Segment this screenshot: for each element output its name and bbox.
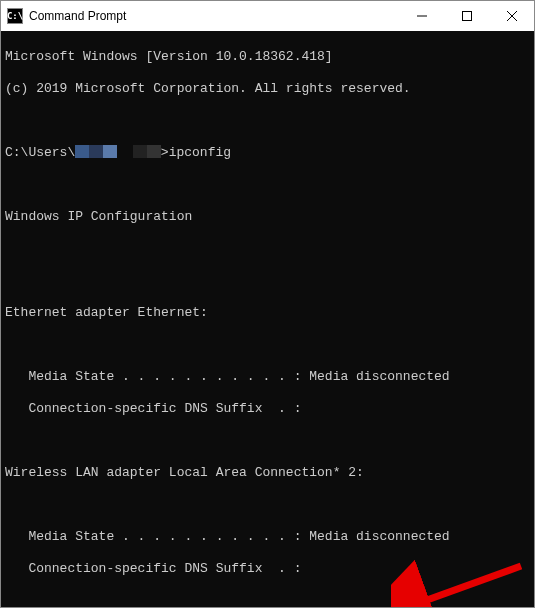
blank-line [5,497,530,513]
blank-line [5,337,530,353]
blank-line [5,241,530,257]
window-controls [399,1,534,31]
adapter-title: Ethernet adapter Ethernet: [5,305,530,321]
maximize-icon [462,11,472,21]
version-line: Microsoft Windows [Version 10.0.18362.41… [5,49,530,65]
close-icon [507,11,517,21]
close-button[interactable] [489,1,534,31]
media-state-line: Media State . . . . . . . . . . . : Medi… [5,369,530,385]
blank-line [5,177,530,193]
adapter-title: Wireless LAN adapter Local Area Connecti… [5,465,530,481]
minimize-button[interactable] [399,1,444,31]
dns-suffix-line: Connection-specific DNS Suffix . : [5,561,530,577]
ipconfig-heading: Windows IP Configuration [5,209,530,225]
prompt-line: C:\Users\ >ipconfig [5,145,530,161]
minimize-icon [417,11,427,21]
prompt-prefix: C:\Users\ [5,145,75,160]
blank-line [5,593,530,607]
svg-rect-1 [462,12,471,21]
redacted-username [75,145,117,158]
command-prompt-window: C:\ Command Prompt Microsoft Windows [Ve… [0,0,535,608]
dns-suffix-line: Connection-specific DNS Suffix . : [5,401,530,417]
blank-line [5,273,530,289]
terminal-output[interactable]: Microsoft Windows [Version 10.0.18362.41… [1,31,534,607]
command-text: ipconfig [169,145,231,160]
app-icon: C:\ [7,8,23,24]
redacted-path [133,145,161,158]
blank-line [5,113,530,129]
prompt-suffix: > [161,145,169,160]
media-state-line: Media State . . . . . . . . . . . : Medi… [5,529,530,545]
blank-line [5,433,530,449]
window-title: Command Prompt [29,9,399,23]
titlebar[interactable]: C:\ Command Prompt [1,1,534,31]
copyright-line: (c) 2019 Microsoft Corporation. All righ… [5,81,530,97]
maximize-button[interactable] [444,1,489,31]
